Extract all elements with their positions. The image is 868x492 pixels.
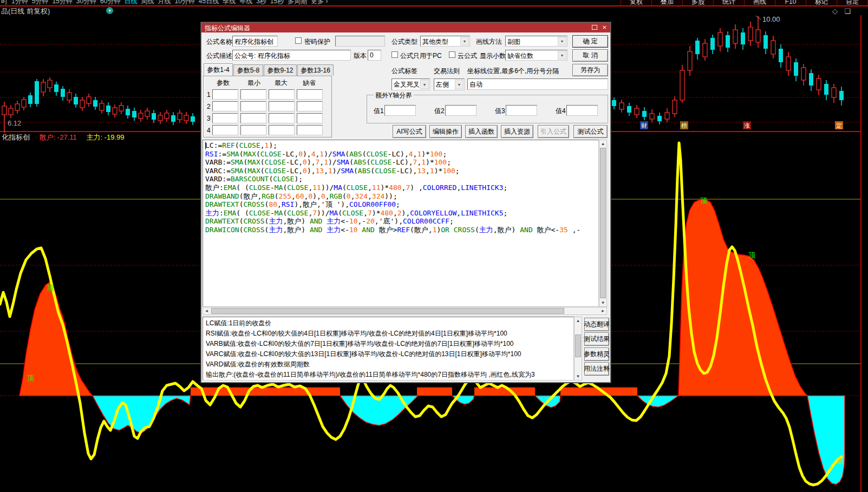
scroll-up-icon[interactable]: ▴ — [575, 317, 582, 324]
param-input[interactable] — [297, 113, 323, 123]
side-button-4[interactable]: 用法注释 — [584, 362, 609, 376]
diamond-icon[interactable]: ◇ — [832, 7, 838, 15]
param-input[interactable] — [269, 125, 295, 135]
period-item[interactable]: 季线 — [223, 0, 236, 5]
param-input[interactable] — [297, 101, 323, 111]
formula-code-editor[interactable]: LC:=REF(CLOSE,1);RSI:=SMA(MAX(CLOSE-LC,0… — [203, 140, 599, 307]
tag-select[interactable]: 金叉死叉▼ — [391, 78, 430, 90]
coord-input[interactable]: 自动 — [467, 78, 608, 90]
formula-desc-input[interactable]: 公众号: 程序化指标 — [232, 50, 351, 61]
cloud-label: 云公式 — [458, 51, 477, 61]
tab-param-2[interactable]: 参数5-8 — [233, 64, 263, 76]
close-icon[interactable]: × — [602, 23, 606, 31]
action-button-2[interactable]: 编辑操作 — [429, 125, 462, 138]
chevron-down-icon[interactable]: ▼ — [558, 37, 566, 45]
scrollbar-thumb[interactable] — [211, 308, 564, 314]
dialog-title: 指标公式编辑器 — [205, 24, 250, 33]
period-item[interactable]: 30分钟 — [76, 0, 96, 5]
param-col-header: 最大 — [275, 78, 288, 88]
cloud-checkbox[interactable] — [449, 51, 455, 58]
pc-only-checkbox[interactable] — [391, 51, 398, 58]
extra-y-axis-group: 额外Y轴分界 值1值2值3值4 — [367, 95, 608, 123]
param-input[interactable] — [297, 89, 323, 100]
tab-param-3[interactable]: 参数9-12 — [264, 64, 297, 76]
action-button-4[interactable]: 插入资源 — [501, 125, 533, 138]
param-input[interactable] — [240, 125, 266, 135]
period-item[interactable]: 10分钟 — [174, 0, 194, 5]
period-item[interactable]: 1分钟 — [11, 0, 28, 5]
param-input[interactable] — [269, 101, 295, 111]
chevron-down-icon[interactable]: ▼ — [460, 37, 469, 45]
scroll-down-icon[interactable]: ▾ — [575, 373, 582, 380]
indicator-caption: 化指标创 散户: -27.11 主力: -19.99 — [2, 133, 124, 142]
version-input[interactable]: 0 — [368, 50, 381, 61]
chevron-down-icon[interactable]: ▼ — [558, 51, 566, 60]
period-item[interactable]: 15分钟 — [52, 0, 72, 5]
chevron-down-icon[interactable]: ▼ — [455, 80, 464, 89]
param-input[interactable] — [212, 89, 238, 100]
period-item[interactable]: 15秒 — [270, 0, 284, 5]
param-input[interactable] — [269, 89, 295, 100]
cancel-button[interactable]: 取 消 — [572, 49, 608, 62]
save-as-button[interactable]: 另存为 — [572, 64, 608, 76]
param-input[interactable] — [240, 89, 266, 100]
scroll-down-icon[interactable]: ▾ — [599, 299, 606, 306]
y-value-input[interactable] — [384, 105, 416, 116]
period-item[interactable]: 周线 — [141, 0, 154, 5]
period-item[interactable]: 年线 — [239, 0, 252, 5]
period-item[interactable]: 月线 — [158, 0, 171, 5]
param-input[interactable] — [297, 125, 323, 135]
formula-name-input[interactable]: 程序化指标创 — [232, 36, 278, 47]
extra-y-axis-label: 额外Y轴分界 — [374, 91, 414, 100]
period-item[interactable]: 时 — [1, 0, 8, 5]
y-value-input[interactable] — [506, 105, 537, 116]
period-item[interactable]: 45日线 — [199, 0, 219, 5]
paint-method-select[interactable]: 副图▼ — [505, 36, 567, 47]
coord-label: 坐标线位置,最多6个,用分号分隔 — [467, 67, 559, 76]
action-button-3[interactable]: 插入函数 — [465, 125, 498, 138]
code-line: DRAWTEXT(CROSS(主力,散户) AND 主力<-10,-20,'底'… — [205, 217, 598, 226]
param-input[interactable] — [240, 101, 266, 111]
action-button-1[interactable]: AI写公式 — [393, 125, 426, 138]
formula-type-select[interactable]: 其他类型▼ — [420, 36, 470, 47]
period-item[interactable]: 多周期 — [288, 0, 307, 5]
decimal-select[interactable]: 缺省位数▼ — [505, 50, 567, 61]
window-icon[interactable]: ❏ — [844, 7, 851, 15]
ok-button[interactable]: 确 定 — [572, 35, 608, 48]
y-value-input[interactable] — [445, 105, 477, 116]
code-horizontal-scrollbar[interactable]: ◂ ▸ — [203, 307, 607, 315]
action-button-6[interactable]: 测试公式 — [573, 125, 608, 138]
scroll-right-icon[interactable]: ▸ — [599, 307, 606, 314]
password-input — [335, 36, 385, 47]
period-item[interactable]: 日线 — [124, 0, 137, 5]
scroll-left-icon[interactable]: ◂ — [203, 307, 210, 314]
param-input[interactable] — [240, 113, 266, 123]
period-item[interactable]: 60分钟 — [100, 0, 120, 5]
dropdown-circle-icon[interactable]: ▾ — [106, 7, 113, 14]
param-input[interactable] — [212, 125, 238, 135]
scrollbar-thumb[interactable] — [575, 334, 581, 357]
maximize-icon[interactable] — [592, 25, 597, 30]
period-item[interactable]: 5分钟 — [32, 0, 49, 5]
chevron-down-icon[interactable]: ▼ — [420, 80, 429, 89]
param-input[interactable] — [212, 113, 238, 123]
y-value-label: 值1 — [374, 107, 384, 116]
side-button-3[interactable]: 参数精灵 — [584, 347, 609, 361]
password-checkbox[interactable] — [295, 37, 302, 44]
side-button-1[interactable]: 动态翻译 — [584, 318, 609, 331]
rule-select[interactable]: 左侧▼ — [434, 78, 465, 90]
param-input[interactable] — [212, 101, 238, 111]
scrollbar-thumb[interactable] — [600, 148, 606, 298]
tab-param-1[interactable]: 参数1-4 — [204, 63, 233, 76]
code-vertical-scrollbar[interactable]: ▴ ▾ — [599, 140, 607, 307]
y-value-input[interactable] — [566, 105, 598, 116]
tab-param-4[interactable]: 参数13-16 — [297, 64, 334, 76]
translation-scrollbar[interactable]: ▴ ▾ — [574, 317, 582, 381]
period-item[interactable]: 更多 › — [311, 0, 328, 5]
side-button-2[interactable]: 测试结果 — [584, 332, 609, 346]
param-input[interactable] — [269, 113, 295, 123]
dialog-titlebar[interactable]: 指标公式编辑器 × — [201, 23, 610, 32]
symbol-label: 品(日线 前复权) — [1, 6, 50, 16]
period-item[interactable]: 3秒 — [256, 0, 266, 5]
scroll-up-icon[interactable]: ▴ — [599, 140, 606, 147]
